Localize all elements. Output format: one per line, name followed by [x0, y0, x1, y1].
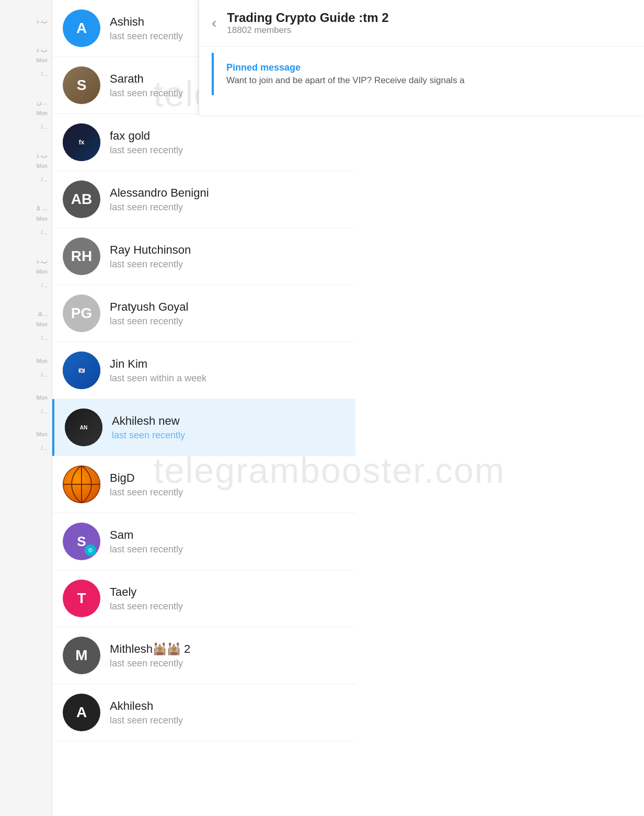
contact-status-pratyush: last seen recently	[110, 316, 345, 327]
contact-status-fax-gold: last seen recently	[110, 145, 345, 156]
contact-status-akhilesh-new: last seen recently	[112, 430, 345, 441]
contact-info-jin: Jin Kim last seen within a week	[110, 357, 345, 384]
sidebar-time-5: Mon	[4, 268, 48, 276]
group-members: 18802 members	[227, 25, 631, 36]
group-info: Trading Crypto Guide :tm 2 18802 members	[227, 10, 631, 36]
avatar-alessandro: AB	[63, 180, 100, 218]
contact-info-mithlesh: Mithlesh🕍🕍 2 last seen recently	[110, 642, 345, 669]
pinned-content: Pinned message Want to join and be apart…	[226, 62, 465, 86]
contact-item-akhilesh-new[interactable]: AN Akhilesh new last seen recently	[52, 399, 355, 456]
pinned-label: Pinned message	[226, 62, 465, 73]
contact-name-bigd: BigD	[110, 471, 345, 485]
group-name: Trading Crypto Guide :tm 2	[227, 10, 631, 25]
avatar-bigd	[63, 466, 100, 503]
contact-info-akhilesh: Akhilesh last seen recently	[110, 699, 345, 726]
sidebar-item-2[interactable]: ب.ذ Mon /...	[0, 34, 52, 87]
contact-info-bigd: BigD last seen recently	[110, 471, 345, 498]
sidebar-time-7: Mon	[4, 357, 48, 365]
sidebar: ب.ذ ب.ذ Mon /... ن... Mon /... ب.ذ Mon /…	[0, 0, 52, 816]
contact-name-pratyush: Pratyush Goyal	[110, 300, 345, 314]
contact-info-akhilesh-new: Akhilesh new last seen recently	[112, 414, 345, 441]
contact-item-pratyush[interactable]: PG Pratyush Goyal last seen recently	[52, 285, 355, 342]
contact-name-taely: Taely	[110, 585, 345, 599]
pinned-text: Want to join and be apart of the VIP? Re…	[226, 75, 465, 86]
sidebar-item-3[interactable]: ن... Mon /...	[0, 87, 52, 140]
avatar-akhilesh: A	[63, 694, 100, 731]
pinned-message-container[interactable]: Pinned message Want to join and be apart…	[212, 53, 631, 95]
sidebar-item-4[interactable]: ب.ذ Mon /...	[0, 140, 52, 192]
avatar-mithlesh: M	[63, 637, 100, 674]
sidebar-time-6: Mon	[4, 321, 48, 328]
back-button[interactable]: ‹	[212, 15, 216, 31]
avatar-ashish: A	[63, 9, 100, 47]
avatar-fax-gold: fx	[63, 123, 100, 161]
avatar-ray: RH	[63, 237, 100, 275]
sidebar-item-5[interactable]: ٥ ... Mon /...	[0, 192, 52, 245]
contact-info-taely: Taely last seen recently	[110, 585, 345, 612]
contact-item-bigd[interactable]: BigD last seen recently	[52, 456, 355, 513]
contact-info-sam: Sam last seen recently	[110, 528, 345, 555]
contact-item-alessandro[interactable]: AB Alessandro Benigni last seen recently	[52, 171, 355, 228]
contact-status-mithlesh: last seen recently	[110, 658, 345, 669]
contact-item-taely[interactable]: T Taely last seen recently	[52, 570, 355, 627]
contact-item-fax-gold[interactable]: fx fax gold last seen recently	[52, 114, 355, 171]
contact-name-alessandro: Alessandro Benigni	[110, 186, 345, 200]
contact-name-ray: Ray Hutchinson	[110, 243, 345, 257]
sidebar-time-4: Mon	[4, 215, 48, 223]
avatar-akhilesh-new: AN	[65, 409, 102, 446]
sidebar-item-8[interactable]: Mon /...	[0, 351, 52, 388]
contact-name-akhilesh-new: Akhilesh new	[112, 414, 345, 428]
contact-info-pratyush: Pratyush Goyal last seen recently	[110, 300, 345, 327]
avatar-pratyush: PG	[63, 294, 100, 332]
avatar-taely: T	[63, 580, 100, 617]
contact-status-sam: last seen recently	[110, 544, 345, 555]
avatar-sam: S ©	[63, 523, 100, 560]
contact-name-mithlesh: Mithlesh🕍🕍 2	[110, 642, 345, 656]
sidebar-time-9: Mon	[4, 430, 48, 438]
sidebar-time-2: Mon	[4, 109, 48, 117]
contact-status-taely: last seen recently	[110, 601, 345, 612]
contact-item-jin[interactable]: 🇰🇷 Jin Kim last seen within a week	[52, 342, 355, 399]
contact-status-akhilesh: last seen recently	[110, 715, 345, 726]
avatar-jin: 🇰🇷	[63, 352, 100, 389]
sidebar-time-1: Mon	[4, 56, 48, 64]
sidebar-item-7[interactable]: a... Mon /...	[0, 298, 52, 351]
contact-list: A Ashish last seen recently S Sarath las…	[52, 0, 355, 816]
contact-info-alessandro: Alessandro Benigni last seen recently	[110, 186, 345, 213]
contact-info-fax-gold: fax gold last seen recently	[110, 129, 345, 156]
contact-info-ray: Ray Hutchinson last seen recently	[110, 243, 345, 270]
contact-name-fax-gold: fax gold	[110, 129, 345, 143]
contact-item-akhilesh[interactable]: A Akhilesh last seen recently	[52, 684, 355, 741]
contact-status-bigd: last seen recently	[110, 487, 345, 498]
contact-name-sam: Sam	[110, 528, 345, 542]
group-header: ‹ Trading Crypto Guide :tm 2 18802 membe…	[199, 0, 644, 47]
contact-name-jin: Jin Kim	[110, 357, 345, 371]
avatar-sarath: S	[63, 66, 100, 104]
right-panel: ‹ Trading Crypto Guide :tm 2 18802 membe…	[199, 0, 644, 115]
contact-status-ray: last seen recently	[110, 259, 345, 270]
sidebar-item-9[interactable]: Mon /...	[0, 388, 52, 424]
sidebar-item-10[interactable]: Mon /...	[0, 424, 52, 461]
contact-item-mithlesh[interactable]: M Mithlesh🕍🕍 2 last seen recently	[52, 627, 355, 684]
sidebar-item-6[interactable]: ب.ذ Mon /...	[0, 245, 52, 298]
contact-status-jin: last seen within a week	[110, 373, 345, 384]
contact-name-akhilesh: Akhilesh	[110, 699, 345, 713]
contact-status-alessandro: last seen recently	[110, 202, 345, 213]
sidebar-item-1[interactable]: ب.ذ	[0, 5, 52, 34]
sidebar-time-3: Mon	[4, 162, 48, 170]
contact-item-ray[interactable]: RH Ray Hutchinson last seen recently	[52, 228, 355, 285]
sidebar-time-8: Mon	[4, 394, 48, 402]
contact-item-sam[interactable]: S © Sam last seen recently	[52, 513, 355, 570]
